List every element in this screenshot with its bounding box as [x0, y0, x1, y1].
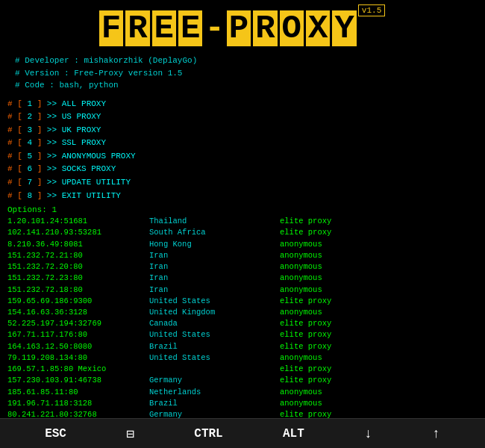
logo-char: O [280, 10, 304, 46]
proxy-type: anonymous [280, 239, 322, 250]
table-row: 1.20.101.24:51681Thailandelite proxy [7, 216, 478, 227]
proxy-country: United States [149, 352, 280, 364]
table-row: 167.71.117.176:80United Stateselite prox… [7, 329, 478, 340]
app-container: F R E E - P R O X Y v1.5 # Developer : m… [0, 0, 485, 448]
proxy-country: Netherlands [149, 387, 280, 398]
table-row: 151.232.72.21:80Irananonymous [7, 250, 478, 261]
logo-char: P [227, 10, 251, 46]
proxy-country: Brazil [149, 398, 280, 409]
logo-char: R [125, 10, 149, 46]
logo-char: Y [332, 10, 356, 46]
proxy-ip: 164.163.12.50:8080 [7, 341, 149, 352]
table-row: 185.61.85.11:80Netherlandsanonymous [7, 387, 478, 398]
proxy-ip: 52.225.197.194:32769 [7, 318, 149, 329]
table-row: 8.210.36.49:8081Hong Konganonymous [7, 239, 478, 250]
dev-line-1: # Developer : mishakorzhik (DeplayGo) [15, 55, 470, 67]
bottom-bar: ESC ⊟ CTRL ALT ↓ ↑ [0, 418, 485, 448]
logo-char: E [178, 10, 202, 46]
proxy-ip: 8.210.36.49:8081 [7, 239, 149, 250]
ctrl-key[interactable]: CTRL [194, 427, 222, 441]
menu-item-6[interactable]: # [ 6 ] >> SOCKS PROXY [7, 163, 478, 176]
proxy-country [149, 364, 280, 375]
arrow-up-icon[interactable]: ↑ [432, 426, 440, 441]
proxy-country: Iran [149, 273, 280, 284]
menu-item-4[interactable]: # [ 4 ] >> SSL PROXY [7, 137, 478, 150]
proxy-ip: 151.232.72.23:80 [7, 273, 149, 284]
proxy-ip: 151.232.72.21:80 [7, 250, 149, 261]
proxy-type: elite proxy [280, 329, 331, 340]
proxy-country: Thailand [149, 216, 280, 227]
proxy-type: elite proxy [280, 318, 331, 329]
proxy-ip: 79.119.208.134:80 [7, 352, 149, 364]
options-prompt: Options: 1 [7, 205, 57, 214]
proxy-type: anonymous [280, 261, 322, 273]
logo-char: E [152, 10, 176, 46]
proxy-ip: 157.230.103.91:46738 [7, 375, 149, 386]
menu-item-5[interactable]: # [ 5 ] >> ANONYMOUS PROXY [7, 150, 478, 164]
arrow-down-icon[interactable]: ↓ [364, 426, 372, 441]
table-row: 102.141.210.93:53281South Africaelite pr… [7, 227, 478, 238]
proxy-type: elite proxy [280, 296, 331, 307]
proxy-type: elite proxy [280, 375, 331, 386]
logo-row: F R E E - P R O X Y v1.5 [7, 6, 478, 49]
proxy-country: Iran [149, 261, 280, 273]
proxy-ip: 1.20.101.24:51681 [7, 216, 149, 227]
table-row: 159.65.69.186:9300United Stateselite pro… [7, 296, 478, 307]
logo-hyphen: - [204, 10, 225, 46]
proxy-ip: 159.65.69.186:9300 [7, 296, 149, 307]
menu-items-container: # [ 1 ] >> ALL PROXY# [ 2 ] >> US PROXY#… [7, 98, 478, 203]
proxy-country: Germany [149, 409, 280, 418]
dev-line-2: # Version : Free-Proxy version 1.5 [15, 67, 470, 80]
proxy-type: anonymous [280, 307, 322, 318]
proxy-type: anonymous [280, 387, 322, 398]
proxy-country: South Africa [149, 227, 280, 238]
proxy-ip: 102.141.210.93:53281 [7, 227, 149, 238]
menu-section: # [ 1 ] >> ALL PROXY# [ 2 ] >> US PROXY#… [0, 95, 485, 205]
proxy-country: Brazil [149, 341, 280, 352]
proxy-type: elite proxy [280, 227, 331, 238]
bottom-icon-1: ⊟ [126, 426, 134, 442]
proxy-type: anonymous [280, 250, 322, 261]
proxy-country: Hong Kong [149, 239, 280, 250]
logo-char: X [306, 10, 330, 46]
proxy-ip: 154.16.63.36:3128 [7, 307, 149, 318]
proxy-ip: 169.57.1.85:80 Mexico [7, 364, 149, 375]
proxy-country: United States [149, 329, 280, 340]
proxy-type: elite proxy [280, 341, 331, 352]
proxy-ip: 185.61.85.11:80 [7, 387, 149, 398]
table-row: 154.16.63.36:3128United Kingdomanonymous [7, 307, 478, 318]
proxy-ip: 167.71.117.176:80 [7, 329, 149, 340]
alt-key[interactable]: ALT [283, 427, 304, 441]
proxy-type: anonymous [280, 284, 322, 296]
table-row: 52.225.197.194:32769Canadaelite proxy [7, 318, 478, 329]
menu-item-7[interactable]: # [ 7 ] >> UPDATE UTILITY [7, 176, 478, 190]
options-line: Options: 1 [0, 204, 485, 216]
menu-item-1[interactable]: # [ 1 ] >> ALL PROXY [7, 98, 478, 111]
menu-item-2[interactable]: # [ 2 ] >> US PROXY [7, 111, 478, 124]
proxy-country: Canada [149, 318, 280, 329]
proxy-type: elite proxy [280, 409, 331, 418]
proxy-type: anonymous [280, 398, 322, 409]
proxy-ip: 151.232.72.18:80 [7, 284, 149, 296]
menu-item-8[interactable]: # [ 8 ] >> EXIT UTILITY [7, 190, 478, 203]
proxy-table: 1.20.101.24:51681Thailandelite proxy102.… [0, 216, 485, 418]
table-row: 164.163.12.50:8080Brazilelite proxy [7, 341, 478, 352]
table-row: 169.57.1.85:80 Mexicoelite proxy [7, 364, 478, 375]
proxy-type: anonymous [280, 273, 322, 284]
table-row: 151.232.72.23:80Irananonymous [7, 273, 478, 284]
proxy-country: United States [149, 296, 280, 307]
table-row: 80.241.221.80:32768Germanyelite proxy [7, 409, 478, 418]
menu-item-3[interactable]: # [ 3 ] >> UK PROXY [7, 124, 478, 137]
table-row: 191.96.71.118:3128Brazilanonymous [7, 398, 478, 409]
proxy-type: elite proxy [280, 364, 331, 375]
esc-key[interactable]: ESC [45, 427, 66, 441]
proxy-country: United Kingdom [149, 307, 280, 318]
dev-info: # Developer : mishakorzhik (DeplayGo) # … [0, 52, 485, 95]
version-badge: v1.5 [358, 4, 385, 16]
logo-section: F R E E - P R O X Y v1.5 [0, 0, 485, 52]
proxy-country: Germany [149, 375, 280, 386]
table-row: 151.232.72.20:80Irananonymous [7, 261, 478, 273]
table-row: 157.230.103.91:46738Germanyelite proxy [7, 375, 478, 386]
proxy-ip: 151.232.72.20:80 [7, 261, 149, 273]
table-row: 151.232.72.18:80Irananonymous [7, 284, 478, 296]
